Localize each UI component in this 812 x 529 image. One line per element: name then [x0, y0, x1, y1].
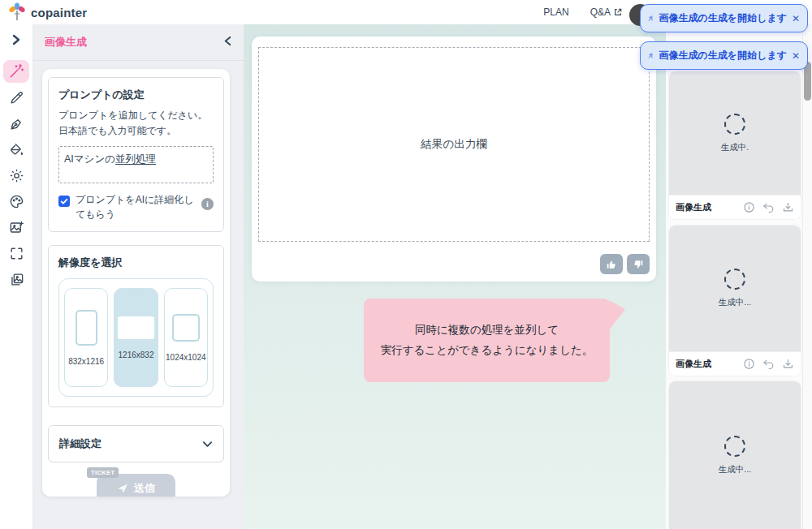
resolution-option-1216x832[interactable]: 1216x832	[114, 288, 158, 387]
generation-status: 生成中.	[721, 142, 749, 153]
chevron-down-icon	[202, 441, 213, 448]
generation-type-label: 画像生成	[676, 358, 711, 370]
generation-card-footer: 画像生成	[669, 351, 801, 376]
panel-title: 画像生成	[45, 35, 87, 49]
pencil-icon	[9, 90, 24, 105]
landscape-shape-icon	[118, 316, 154, 339]
generation-card-footer: 画像生成	[669, 195, 801, 219]
info-icon[interactable]: i	[201, 198, 214, 210]
spinner-icon	[724, 436, 745, 457]
paper-plane-icon	[117, 483, 128, 494]
resolution-card-title: 解像度を選択	[58, 256, 214, 270]
result-output-card: 結果の出力欄	[252, 37, 656, 282]
info-icon[interactable]	[743, 201, 755, 213]
sidebar-item-image-stack[interactable]	[3, 268, 29, 290]
fullscreen-icon	[9, 246, 24, 261]
copainter-logo-icon	[8, 2, 26, 22]
bubble-tail	[609, 300, 625, 330]
generation-placeholder: 生成中...	[669, 226, 801, 351]
generation-card-1[interactable]: 生成中. 画像生成	[669, 71, 801, 219]
info-icon[interactable]	[743, 358, 755, 370]
portrait-shape-icon	[76, 310, 97, 346]
qa-link[interactable]: Q&A	[590, 6, 622, 18]
thumbs-down-button[interactable]	[627, 254, 650, 274]
resolution-option-1024x1024[interactable]: 1024x1024	[164, 288, 208, 387]
chevron-left-icon	[223, 36, 232, 46]
ticket-badge: TICKET	[87, 467, 119, 478]
paint-bucket-icon	[9, 142, 24, 157]
prompt-card-title: プロンプトの設定	[58, 88, 214, 102]
magic-wand-icon	[8, 63, 24, 80]
spinner-icon	[724, 269, 745, 290]
thumbs-up-button[interactable]	[600, 254, 623, 274]
resolution-option-832x1216[interactable]: 832x1216	[64, 288, 108, 387]
expand-rail-button[interactable]	[11, 34, 21, 45]
spinner-icon	[724, 114, 745, 135]
download-icon[interactable]	[782, 201, 794, 213]
header-nav: PLAN Q&A	[543, 6, 622, 18]
logo-text: copainter	[31, 6, 87, 19]
generation-card-2[interactable]: 生成中... 画像生成	[669, 226, 801, 376]
thumbs-up-icon	[606, 259, 617, 270]
toast-close-icon[interactable]: ✕	[792, 13, 800, 24]
resolution-options: 832x1216 1216x832 1024x1024	[58, 278, 214, 397]
advanced-settings-label: 詳細設定	[59, 437, 102, 451]
generation-placeholder: 生成中.	[669, 71, 801, 195]
generation-status: 生成中...	[719, 464, 751, 475]
sidebar-item-brightness[interactable]	[3, 164, 29, 187]
toast-message: 画像生成の生成を開始します	[659, 11, 787, 25]
main-canvas: 結果の出力欄 同時に複数の処理を並列して 実行することができるようになりました。	[244, 24, 666, 529]
toast-generation-started-1: 画像生成の生成を開始します ✕	[640, 4, 808, 32]
announcement-line-2: 実行することができるようになりました。	[381, 341, 594, 360]
refine-prompt-label[interactable]: プロンプトをAIに詳細化し てもらう	[76, 193, 194, 221]
app-logo[interactable]: copainter	[8, 2, 87, 22]
sidebar-item-palette[interactable]	[3, 190, 29, 213]
result-output-area: 結果の出力欄	[258, 47, 650, 242]
chevron-right-icon	[11, 34, 21, 45]
prompt-input[interactable]: AIマシンの並列処理	[58, 146, 214, 183]
sidebar-item-pencil[interactable]	[3, 86, 29, 109]
resolution-card: 解像度を選択 832x1216 1216x832 1024x1024	[48, 245, 224, 407]
pen-nib-icon	[9, 116, 24, 131]
external-link-icon	[614, 8, 622, 16]
image-stack-icon	[9, 272, 24, 287]
sidebar-item-fullscreen[interactable]	[3, 242, 29, 264]
plan-link[interactable]: PLAN	[543, 6, 568, 18]
generation-placeholder: 生成中...	[669, 381, 801, 529]
undo-icon[interactable]	[762, 358, 775, 370]
prompt-card-description: プロンプトを追加してください。 日本語でも入力可能です。	[58, 108, 214, 139]
download-icon[interactable]	[782, 358, 794, 370]
send-button[interactable]: TICKET 送信	[97, 474, 175, 497]
generation-status: 生成中...	[719, 297, 751, 308]
announcement-line-1: 同時に複数の処理を並列して	[415, 320, 559, 340]
refine-prompt-checkbox[interactable]	[58, 196, 70, 207]
brightness-icon	[9, 168, 24, 183]
generation-type-label: 画像生成	[676, 201, 711, 213]
check-icon	[60, 197, 68, 205]
thumbs-down-icon	[633, 259, 644, 270]
send-section: TICKET 送信 同時生成数 (4/4)	[48, 474, 224, 497]
result-output-placeholder: 結果の出力欄	[421, 137, 486, 152]
sidebar-item-image-add[interactable]	[3, 216, 29, 239]
sidebar-item-pen[interactable]	[3, 112, 29, 135]
settings-panel: 画像生成 プロンプトの設定 プロンプトを追加してください。 日本語でも入力可能で…	[33, 24, 244, 529]
undo-icon[interactable]	[762, 201, 775, 213]
collapse-panel-button[interactable]	[223, 35, 232, 49]
palette-icon	[9, 194, 24, 209]
generation-card-3[interactable]: 生成中... 画像生成	[669, 381, 801, 529]
refine-prompt-row: プロンプトをAIに詳細化し てもらう i	[58, 193, 214, 221]
toast-generation-started-2: 画像生成の生成を開始します ✕	[640, 41, 808, 70]
advanced-settings-toggle[interactable]: 詳細設定	[48, 425, 224, 462]
toast-close-icon[interactable]: ✕	[792, 50, 800, 62]
sidebar-item-fill[interactable]	[3, 138, 29, 161]
running-person-icon	[648, 49, 654, 62]
announcement-bubble: 同時に複数の処理を並列して 実行することができるようになりました。	[364, 299, 610, 382]
sidebar-item-image-generate[interactable]	[3, 60, 29, 83]
image-add-icon	[9, 220, 24, 235]
feedback-buttons	[600, 254, 650, 274]
tool-rail	[0, 24, 33, 529]
generation-queue-panel: 生成中. 画像生成 生成中... 画像生成 生成中.	[666, 24, 802, 529]
prompt-settings-card: プロンプトの設定 プロンプトを追加してください。 日本語でも入力可能です。 AI…	[48, 77, 224, 232]
scrollbar-track[interactable]	[802, 24, 812, 529]
panel-header: 画像生成	[33, 24, 244, 61]
